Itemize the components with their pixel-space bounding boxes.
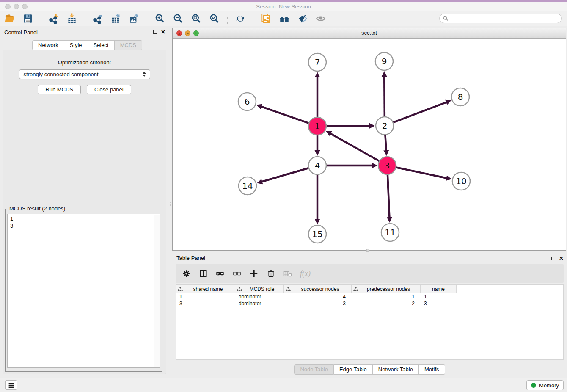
graph-edge-2-9[interactable] <box>384 76 385 119</box>
cell-name: 1 <box>421 294 457 300</box>
network-window-titlebar[interactable]: x − + scc.txt <box>173 28 566 39</box>
graph-edge-arrow <box>315 150 320 156</box>
export-table-icon[interactable] <box>110 13 121 24</box>
node-table: shared name MCDS role successor nodes pr… <box>176 284 564 360</box>
network-resize-handle[interactable] <box>366 249 369 252</box>
tab-motifs[interactable]: Motifs <box>419 364 445 375</box>
search-container <box>439 14 562 23</box>
graph-node-label-10: 10 <box>456 176 466 186</box>
tab-select[interactable]: Select <box>88 40 115 50</box>
mcds-result-line: 1 <box>10 215 157 222</box>
clone-network-icon[interactable] <box>261 13 272 24</box>
column-header-mcds-role[interactable]: MCDS role <box>235 285 284 293</box>
export-network-icon[interactable] <box>92 13 103 24</box>
apply-layout-icon[interactable] <box>235 13 246 24</box>
cell-predecessor-nodes: 2 <box>352 301 421 306</box>
float-table-panel-icon[interactable] <box>551 257 555 260</box>
import-network-icon[interactable] <box>48 13 59 24</box>
table-panel: Table Panel ✕ f(x) <box>172 253 567 378</box>
show-all-networks-icon[interactable] <box>279 13 290 24</box>
panel-splitter-handle[interactable] <box>169 198 172 209</box>
graph-node-label-14: 14 <box>242 181 253 191</box>
close-table-panel-icon[interactable]: ✕ <box>559 256 564 261</box>
optimization-criterion-select[interactable]: strongly connected component <box>19 69 150 79</box>
select-all-columns-icon[interactable] <box>215 269 225 278</box>
task-history-button[interactable] <box>5 380 17 390</box>
hide-graphics-details-icon[interactable] <box>297 13 308 24</box>
graph-edge-4-14[interactable] <box>261 168 311 182</box>
mcds-result-text[interactable]: 1 3 <box>7 214 160 368</box>
list-icon <box>7 382 15 388</box>
control-panel-tabs: Network Style Select MCDS <box>32 40 142 50</box>
network-canvas[interactable]: 7968124314101511 <box>173 39 566 250</box>
zoom-out-icon[interactable] <box>173 13 184 24</box>
graph-edge-arrow <box>315 72 320 77</box>
tab-mcds[interactable]: MCDS <box>115 40 142 50</box>
column-header-shared-name[interactable]: shared name <box>176 285 235 293</box>
graph-edge-3-11[interactable] <box>388 173 390 218</box>
close-panel-icon[interactable]: ✕ <box>161 30 165 34</box>
network-window-title: scc.txt <box>173 30 566 36</box>
graph-edge-3-10[interactable] <box>394 167 447 178</box>
save-session-icon[interactable] <box>22 13 33 24</box>
optimization-criterion-value: strongly connected component <box>24 71 99 77</box>
add-column-icon[interactable] <box>249 269 259 278</box>
table-panel-title: Table Panel <box>176 255 205 261</box>
function-builder-icon: f(x) <box>300 269 311 278</box>
run-mcds-button[interactable]: Run MCDS <box>38 85 81 94</box>
search-input[interactable] <box>439 14 562 23</box>
tab-node-table[interactable]: Node Table <box>294 364 334 375</box>
export-image-icon[interactable] <box>129 13 140 24</box>
result-scrollbar[interactable] <box>154 215 160 367</box>
graph-node-label-1: 1 <box>315 121 320 131</box>
zoom-fit-icon[interactable] <box>191 13 202 24</box>
graph-edge-arrow <box>315 219 320 224</box>
table-row[interactable]: 3 dominator 3 2 3 <box>176 300 563 307</box>
status-bar: Memory <box>0 378 567 392</box>
graph-edge-2-3[interactable] <box>385 133 386 151</box>
table-settings-icon[interactable] <box>182 269 191 278</box>
zoom-selected-icon[interactable] <box>209 13 220 24</box>
toolbar-separator <box>227 14 228 24</box>
graph-node-label-2: 2 <box>382 121 388 131</box>
select-stepper-icon <box>143 72 146 77</box>
tab-network[interactable]: Network <box>32 40 64 50</box>
graph-edge-arrow <box>256 104 262 109</box>
column-header-name[interactable]: name <box>421 285 457 293</box>
graph-edge-1-2[interactable] <box>325 126 370 126</box>
table-header-row: shared name MCDS role successor nodes pr… <box>176 285 563 293</box>
deselect-all-columns-icon[interactable] <box>232 269 242 278</box>
hierarchy-icon <box>178 287 183 292</box>
tab-style[interactable]: Style <box>64 40 88 50</box>
memory-label: Memory <box>539 382 559 389</box>
network-view-window: x − + scc.txt 7968124314101511 <box>172 28 566 251</box>
column-visibility-icon[interactable] <box>198 269 208 278</box>
float-panel-icon[interactable] <box>153 30 157 34</box>
app-titlebar: Session: New Session <box>0 0 567 11</box>
cell-successor-nodes: 3 <box>284 301 352 306</box>
zoom-in-icon[interactable] <box>154 13 165 24</box>
graph-edge-arrow <box>372 163 377 168</box>
import-table-icon[interactable] <box>66 13 77 24</box>
tab-edge-table[interactable]: Edge Table <box>334 364 373 375</box>
column-header-predecessor-nodes[interactable]: predecessor nodes <box>352 285 421 293</box>
delete-column-icon[interactable] <box>266 269 275 278</box>
cell-name: 3 <box>421 301 457 306</box>
network-graph[interactable]: 7968124314101511 <box>173 39 566 251</box>
show-graphics-details-icon[interactable] <box>315 13 326 24</box>
graph-edge-1-6[interactable] <box>261 106 311 124</box>
open-session-icon[interactable] <box>4 13 15 24</box>
optimization-criterion-label: Optimization criterion: <box>3 59 166 66</box>
mcds-result-line: 3 <box>10 222 157 229</box>
close-panel-button[interactable]: Close panel <box>87 85 131 94</box>
table-row[interactable]: 1 dominator 4 1 1 <box>176 293 563 300</box>
graph-edge-2-8[interactable] <box>391 102 447 123</box>
tab-network-table[interactable]: Network Table <box>373 364 419 375</box>
main-toolbar <box>0 11 567 26</box>
column-header-successor-nodes[interactable]: successor nodes <box>284 285 352 293</box>
cell-mcds-role: dominator <box>235 301 284 306</box>
graph-edge-arrow <box>257 179 263 184</box>
graph-node-label-8: 8 <box>458 92 463 102</box>
memory-button[interactable]: Memory <box>526 380 564 390</box>
graph-edge-3-1[interactable] <box>330 133 381 162</box>
